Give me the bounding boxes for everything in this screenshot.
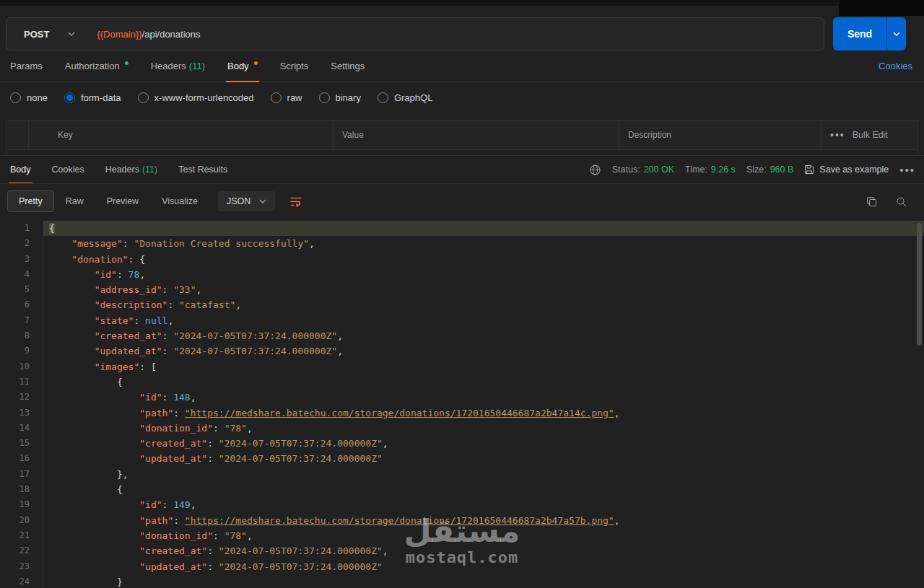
view-tab-pretty[interactable]: Pretty: [7, 190, 54, 212]
tab-label: Test Results: [178, 164, 227, 175]
line-content: {: [43, 374, 924, 390]
vertical-scrollbar[interactable]: [917, 223, 922, 346]
select-all-column: [6, 120, 28, 149]
response-tab-cookies[interactable]: Cookies: [51, 156, 86, 183]
line-number: 12: [0, 390, 43, 405]
form-data-table: Key Value Description ••• Bulk Edit: [6, 120, 918, 155]
bulk-edit-cell: ••• Bulk Edit: [821, 120, 918, 149]
code-line: 17 },: [0, 467, 924, 482]
method-selector[interactable]: POST: [6, 18, 88, 50]
line-content: "description": "catafast",: [43, 297, 924, 312]
line-number: 22: [0, 543, 43, 558]
response-tab-body[interactable]: Body: [9, 156, 32, 183]
code-line: 11 {: [0, 374, 924, 390]
code-line: 24 }: [0, 574, 924, 588]
body-mode-raw[interactable]: raw: [271, 92, 302, 103]
body-mode-x-www-form-urlencoded[interactable]: x-www-form-urlencoded: [138, 92, 254, 103]
view-tab-raw[interactable]: Raw: [54, 190, 95, 212]
line-content: "path": "https://medshare.batechu.com/st…: [43, 513, 924, 528]
code-line: 7 "state": null,: [0, 313, 924, 328]
line-number: 24: [0, 574, 43, 588]
view-tab-visualize[interactable]: Visualize: [150, 190, 209, 212]
status-value: 200 OK: [644, 164, 674, 175]
line-number: 3: [0, 252, 43, 267]
line-content: "path": "https://medshare.batechu.com/st…: [43, 405, 924, 421]
chevron-down-icon: [893, 32, 900, 36]
request-tabs: Params Authorization Headers (11) Body S…: [0, 51, 924, 82]
body-mode-binary[interactable]: binary: [319, 92, 361, 103]
copy-response-button[interactable]: [866, 196, 877, 207]
bulk-edit-button[interactable]: Bulk Edit: [853, 130, 888, 140]
request-bar: POST {{Domain}}/api/donations: [6, 17, 824, 51]
line-content: }: [43, 574, 924, 588]
tab-scripts[interactable]: Scripts: [279, 51, 310, 82]
search-response-button[interactable]: [896, 196, 907, 207]
method-label: POST: [24, 29, 49, 40]
radio-icon: [378, 92, 388, 103]
code-line: 1{: [0, 221, 924, 236]
send-options-button[interactable]: [886, 17, 906, 51]
code-line: 3 "donation": {: [0, 252, 924, 267]
body-mode-none[interactable]: none: [10, 92, 48, 103]
line-content: "id": 149,: [43, 497, 924, 512]
code-line: 18 {: [0, 482, 924, 497]
tab-label: Scripts: [280, 61, 309, 71]
line-number: 23: [0, 559, 43, 574]
tab-settings[interactable]: Settings: [329, 51, 366, 82]
wrap-lines-toggle[interactable]: [287, 193, 305, 210]
search-icon: [896, 196, 907, 207]
more-options-icon[interactable]: •••: [830, 129, 845, 141]
wrap-lines-icon: [289, 196, 302, 207]
line-content: },: [43, 467, 924, 482]
language-select[interactable]: JSON: [218, 191, 275, 211]
line-content: "updated_at": "2024-07-05T07:37:24.00000…: [43, 343, 924, 359]
radio-icon: [138, 92, 149, 103]
response-more-options[interactable]: •••: [899, 164, 915, 176]
line-content: {: [43, 482, 924, 497]
toolbar-right: [866, 196, 907, 207]
tab-headers[interactable]: Headers (11): [149, 51, 206, 82]
body-mode-form-data[interactable]: form-data: [64, 92, 121, 103]
url-input[interactable]: {{Domain}}/api/donations: [88, 29, 200, 40]
radio-label: none: [27, 92, 48, 103]
code-line: 14 "donation_id": "78",: [0, 421, 924, 436]
status-label: Status:: [612, 164, 640, 175]
size-value: 960 B: [770, 164, 794, 175]
line-number: 19: [0, 497, 43, 512]
view-tab-preview[interactable]: Preview: [95, 190, 150, 212]
tab-label: Body: [227, 61, 249, 71]
tab-label: Cookies: [52, 164, 84, 175]
line-content: "updated_at": "2024-07-05T07:37:24.00000…: [43, 451, 924, 466]
code-editor-lines: 1{2 "message": "Donation Created success…: [0, 221, 924, 588]
chevron-down-icon: [68, 32, 75, 36]
copy-icon: [866, 196, 877, 207]
code-line: 16 "updated_at": "2024-07-05T07:37:24.00…: [0, 451, 924, 466]
radio-label: x-www-form-urlencoded: [154, 92, 254, 103]
code-line: 10 "images": [: [0, 359, 924, 374]
tab-label: Params: [10, 61, 43, 71]
tab-authorization[interactable]: Authorization: [64, 51, 130, 82]
line-content: "donation": {: [43, 252, 924, 267]
response-body-editor[interactable]: 1{2 "message": "Donation Created success…: [0, 219, 924, 588]
line-number: 6: [0, 297, 43, 312]
line-number: 10: [0, 359, 43, 374]
code-line: 20 "path": "https://medshare.batechu.com…: [0, 513, 924, 528]
radio-icon: [319, 92, 330, 103]
response-tab-test-results[interactable]: Test Results: [177, 156, 229, 183]
send-button[interactable]: Send: [833, 17, 886, 51]
line-content: "state": null,: [43, 313, 924, 328]
headers-count: (11): [189, 61, 205, 71]
green-status-dot: [125, 61, 128, 65]
time-value: 9.26 s: [711, 164, 736, 175]
response-toolbar: Pretty Raw Preview Visualize JSON: [0, 184, 924, 219]
cookies-link[interactable]: Cookies: [879, 61, 912, 71]
form-data-table-header: Key Value Description ••• Bulk Edit: [6, 120, 918, 149]
line-number: 13: [0, 405, 43, 421]
line-number: 2: [0, 236, 43, 251]
response-tab-headers[interactable]: Headers (11): [104, 156, 160, 183]
tab-params[interactable]: Params: [9, 51, 44, 82]
send-split-button: Send: [833, 17, 906, 51]
tab-body[interactable]: Body: [226, 51, 259, 82]
save-as-example-button[interactable]: Save as example: [804, 164, 889, 175]
body-mode-graphql[interactable]: GraphQL: [378, 92, 432, 103]
